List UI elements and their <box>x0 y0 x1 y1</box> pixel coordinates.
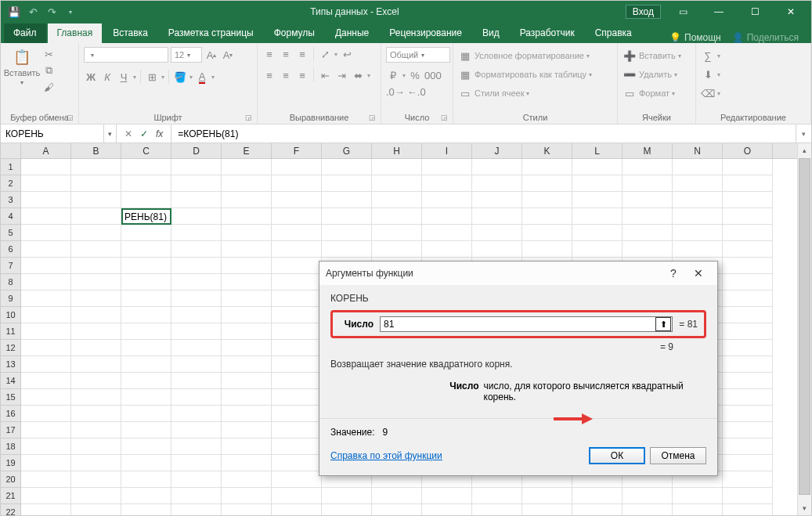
cell[interactable] <box>272 504 322 515</box>
cell[interactable] <box>422 208 472 225</box>
cell[interactable] <box>171 159 222 175</box>
cell[interactable] <box>121 504 171 515</box>
row-header[interactable]: 8 <box>1 274 20 290</box>
chevron-down-icon[interactable]: ▾ <box>161 74 164 81</box>
tab-view[interactable]: Вид <box>473 23 509 43</box>
cell[interactable] <box>121 340 171 356</box>
insert-cells-button[interactable]: ➕Вставить▾ <box>623 49 681 63</box>
chevron-down-icon[interactable]: ▾ <box>103 124 116 143</box>
cell[interactable] <box>21 438 71 455</box>
cell[interactable] <box>272 373 322 389</box>
ok-button[interactable]: ОК <box>589 447 645 464</box>
cell[interactable] <box>21 471 71 488</box>
cell[interactable] <box>572 208 623 225</box>
delete-cells-button[interactable]: ➖Удалить▾ <box>623 67 681 81</box>
cell[interactable] <box>121 406 171 422</box>
cell[interactable] <box>723 455 773 471</box>
cell[interactable] <box>372 225 422 241</box>
cell[interactable] <box>222 225 272 241</box>
chevron-down-icon[interactable]: ▾ <box>133 74 136 81</box>
cell[interactable] <box>121 258 171 274</box>
cell[interactable] <box>322 192 372 208</box>
cell[interactable] <box>171 225 222 241</box>
cell[interactable] <box>121 241 171 258</box>
chevron-down-icon[interactable]: ▾ <box>211 74 215 81</box>
cell[interactable] <box>272 241 322 258</box>
row-header[interactable]: 16 <box>1 406 20 422</box>
dialog-titlebar[interactable]: Аргументы функции ? ✕ <box>319 262 717 285</box>
cell[interactable] <box>372 175 422 192</box>
cell[interactable] <box>723 323 773 340</box>
cell[interactable] <box>673 488 723 504</box>
cell[interactable] <box>71 356 121 373</box>
row-header[interactable]: 18 <box>1 438 20 455</box>
cell[interactable] <box>21 422 71 438</box>
column-header[interactable]: A <box>21 143 71 158</box>
tab-help[interactable]: Справка <box>586 23 641 43</box>
row-header[interactable]: 14 <box>1 373 20 389</box>
cell[interactable] <box>71 455 121 471</box>
chevron-down-icon[interactable]: ▾ <box>367 72 370 79</box>
fill-icon[interactable]: ⬇ <box>701 67 715 81</box>
align-middle-icon[interactable]: ≡ <box>279 47 293 61</box>
cell[interactable] <box>222 175 272 192</box>
align-right-icon[interactable]: ≡ <box>295 68 309 82</box>
tab-data[interactable]: Данные <box>326 23 378 43</box>
dialog-help-icon[interactable]: ? <box>661 267 686 280</box>
cell[interactable] <box>121 356 171 373</box>
cell[interactable] <box>171 307 222 323</box>
format-as-table-button[interactable]: ▦Форматировать как таблицу▾ <box>458 67 592 81</box>
cell[interactable] <box>623 488 673 504</box>
cell[interactable] <box>723 192 773 208</box>
cell[interactable] <box>272 290 322 307</box>
cell[interactable] <box>21 323 71 340</box>
cell[interactable] <box>372 488 422 504</box>
cell[interactable] <box>171 504 222 515</box>
column-header[interactable]: G <box>322 143 372 158</box>
chevron-down-icon[interactable]: ▾ <box>334 51 337 58</box>
cell[interactable] <box>522 241 572 258</box>
bold-button[interactable]: Ж <box>84 70 98 84</box>
enter-formula-icon[interactable]: ✓ <box>140 128 148 139</box>
column-header[interactable]: E <box>222 143 272 158</box>
cell[interactable] <box>71 290 121 307</box>
cell[interactable] <box>572 225 623 241</box>
cell[interactable] <box>222 307 272 323</box>
percent-icon[interactable]: % <box>408 68 422 82</box>
cell[interactable] <box>121 159 171 175</box>
cell[interactable] <box>222 389 272 406</box>
share-button[interactable]: 👤Поделиться <box>732 32 799 43</box>
cell[interactable] <box>222 422 272 438</box>
tab-review[interactable]: Рецензирование <box>380 23 471 43</box>
underline-button[interactable]: Ч <box>117 70 131 84</box>
cell[interactable] <box>623 175 673 192</box>
cell[interactable] <box>472 504 522 515</box>
wrap-text-icon[interactable]: ↩ <box>340 47 354 61</box>
row-header[interactable]: 4 <box>1 208 20 225</box>
font-size-combo[interactable]: 12▾ <box>171 47 202 63</box>
cell[interactable] <box>572 488 623 504</box>
cell[interactable] <box>723 406 773 422</box>
cell[interactable] <box>171 192 222 208</box>
row-header[interactable]: 15 <box>1 389 20 406</box>
column-header[interactable]: C <box>121 143 171 158</box>
tab-developer[interactable]: Разработчик <box>511 23 584 43</box>
cell[interactable] <box>71 208 121 225</box>
maximize-button[interactable]: ☐ <box>741 1 769 23</box>
paste-button[interactable]: 📋 Вставить ▾ <box>5 45 38 86</box>
save-icon[interactable]: 💾 <box>7 5 21 19</box>
merge-icon[interactable]: ⬌ <box>351 68 365 82</box>
minimize-button[interactable]: — <box>705 1 733 23</box>
cell[interactable] <box>21 406 71 422</box>
cell[interactable] <box>272 307 322 323</box>
cell[interactable] <box>723 438 773 455</box>
cell[interactable] <box>21 373 71 389</box>
cell[interactable] <box>222 455 272 471</box>
cell[interactable] <box>723 356 773 373</box>
cell[interactable] <box>71 225 121 241</box>
cell[interactable] <box>572 175 623 192</box>
cell[interactable] <box>71 340 121 356</box>
cell[interactable] <box>372 241 422 258</box>
argument-input[interactable] <box>381 319 655 330</box>
chevron-down-icon[interactable]: ▾ <box>189 74 193 81</box>
